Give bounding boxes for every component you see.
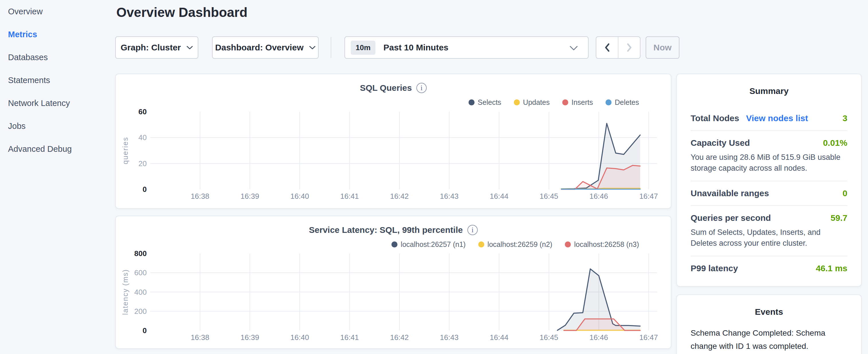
svg-text:16:38: 16:38 <box>191 192 209 200</box>
event-item[interactable]: Schema Change Completed: Schema change w… <box>691 326 847 354</box>
summary-row-unavailable-ranges: Unavailable ranges0 <box>691 181 847 206</box>
summary-stat-label: Total Nodes <box>691 114 739 123</box>
summary-row-line: P99 latency46.1 ms <box>691 263 847 273</box>
summary-row-total-nodes: Total NodesView nodes list3 <box>691 106 847 131</box>
main-content: Overview Dashboard Graph: Cluster Dashbo… <box>115 0 672 354</box>
svg-text:0: 0 <box>143 185 147 194</box>
summary-stat-value: 0 <box>842 189 847 198</box>
events-list: Schema Change Completed: Schema change w… <box>691 326 847 354</box>
svg-text:queries: queries <box>121 137 129 164</box>
svg-text:20: 20 <box>138 159 147 168</box>
summary-stat-value: 3 <box>842 114 847 123</box>
summary-row-line: Total NodesView nodes list3 <box>691 114 847 123</box>
svg-text:600: 600 <box>134 268 147 277</box>
svg-text:16:39: 16:39 <box>241 192 259 200</box>
svg-text:16:41: 16:41 <box>340 333 359 342</box>
events-panel: Events Schema Change Completed: Schema c… <box>676 294 862 354</box>
next-time-button[interactable] <box>618 37 640 58</box>
summary-stat-label: Unavailable ranges <box>691 189 769 198</box>
chart-plot-svg: 16:3816:3916:4016:4116:4216:4316:4416:45… <box>116 216 672 349</box>
svg-text:16:40: 16:40 <box>290 333 309 342</box>
summary-row-line: Capacity Used0.01% <box>691 138 847 148</box>
svg-text:16:47: 16:47 <box>639 192 658 200</box>
summary-rows: Total NodesView nodes list3Capacity Used… <box>691 106 847 280</box>
chevron-down-icon <box>187 46 193 50</box>
svg-text:800: 800 <box>134 249 147 258</box>
time-range-selector[interactable]: 10m Past 10 Minutes <box>344 36 589 59</box>
chevron-right-icon <box>626 43 633 53</box>
sidebar-item-overview[interactable]: Overview <box>0 0 115 23</box>
service-latency-chart-card: Service Latency: SQL, 99th percentile i … <box>115 216 672 349</box>
svg-text:latency (ms): latency (ms) <box>121 269 129 315</box>
svg-text:400: 400 <box>134 288 147 296</box>
time-step-buttons <box>596 36 641 59</box>
overview-dashboard-page: { "header": { "title": "Overview Dashboa… <box>0 0 868 354</box>
svg-text:200: 200 <box>134 307 147 316</box>
page-title: Overview Dashboard <box>116 5 248 20</box>
event-text: Schema Change Completed: Schema change w… <box>691 326 847 353</box>
chevron-left-icon <box>603 43 611 53</box>
previous-time-button[interactable] <box>596 37 618 58</box>
sidebar-item-jobs[interactable]: Jobs <box>0 115 115 137</box>
sidebar-item-databases[interactable]: Databases <box>0 46 115 69</box>
now-button[interactable]: Now <box>646 36 679 59</box>
toolbar: Graph: Cluster Dashboard: Overview 10m P… <box>115 36 672 59</box>
summary-stat-label: Queries per second <box>691 213 771 223</box>
summary-stat-label: Capacity Used <box>691 138 750 148</box>
svg-text:16:44: 16:44 <box>490 333 508 342</box>
sql-queries-chart-card: SQL Queries i SelectsUpdatesInsertsDelet… <box>115 74 672 209</box>
svg-text:16:43: 16:43 <box>440 192 459 200</box>
chart-plot-svg: 16:3816:3916:4016:4116:4216:4316:4416:45… <box>116 74 672 210</box>
sidebar-item-network-latency[interactable]: Network Latency <box>0 92 115 115</box>
summary-stat-value: 59.7 <box>831 213 847 223</box>
sidebar-item-advanced-debug[interactable]: Advanced Debug <box>0 137 115 160</box>
svg-text:16:47: 16:47 <box>639 333 658 342</box>
sidebar-item-statements[interactable]: Statements <box>0 69 115 92</box>
right-panel: Summary Total NodesView nodes list3Capac… <box>676 74 862 354</box>
summary-title: Summary <box>691 86 847 96</box>
svg-text:16:41: 16:41 <box>340 192 359 200</box>
chevron-down-icon <box>570 46 578 51</box>
graph-dropdown-label: Graph: Cluster <box>121 43 181 53</box>
sidebar-item-metrics[interactable]: Metrics <box>0 23 115 46</box>
svg-text:0: 0 <box>143 326 147 335</box>
graph-dropdown[interactable]: Graph: Cluster <box>115 36 198 59</box>
summary-row-line: Queries per second59.7 <box>691 213 847 223</box>
time-range-badge: 10m <box>351 41 375 55</box>
summary-row-p99-latency: P99 latency46.1 ms <box>691 256 847 280</box>
time-range-label: Past 10 Minutes <box>383 43 448 53</box>
summary-stat-value: 46.1 ms <box>816 263 847 273</box>
toolbar-divider <box>331 37 331 58</box>
summary-row-queries-per-second: Queries per second59.7Sum of Selects, Up… <box>691 206 847 256</box>
sidebar-nav: OverviewMetricsDatabasesStatementsNetwor… <box>0 0 115 160</box>
chevron-down-icon <box>309 46 315 50</box>
summary-stat-value: 0.01% <box>823 138 847 148</box>
summary-stat-subtext: Sum of Selects, Updates, Inserts, and De… <box>691 227 847 249</box>
summary-panel: Summary Total NodesView nodes list3Capac… <box>676 74 862 287</box>
summary-stat-subtext: You are using 28.6 MiB of 515.9 GiB usab… <box>691 152 847 173</box>
summary-row-line: Unavailable ranges0 <box>691 189 847 198</box>
view-nodes-list-link[interactable]: View nodes list <box>746 114 808 123</box>
svg-text:16:42: 16:42 <box>390 192 409 200</box>
svg-text:16:43: 16:43 <box>440 333 459 342</box>
summary-row-capacity-used: Capacity Used0.01%You are using 28.6 MiB… <box>691 131 847 181</box>
svg-text:60: 60 <box>138 107 147 116</box>
svg-text:16:44: 16:44 <box>490 192 508 200</box>
svg-text:16:46: 16:46 <box>589 192 608 200</box>
svg-text:40: 40 <box>138 133 147 142</box>
summary-stat-label: P99 latency <box>691 263 738 273</box>
svg-text:16:42: 16:42 <box>390 333 409 342</box>
svg-text:16:45: 16:45 <box>539 333 558 342</box>
svg-text:16:46: 16:46 <box>589 333 608 342</box>
svg-text:16:38: 16:38 <box>191 333 209 342</box>
dashboard-dropdown-label: Dashboard: Overview <box>215 43 304 53</box>
events-title: Events <box>691 307 847 317</box>
svg-text:16:45: 16:45 <box>539 192 558 200</box>
dashboard-dropdown[interactable]: Dashboard: Overview <box>212 36 319 59</box>
sidebar-list: OverviewMetricsDatabasesStatementsNetwor… <box>0 0 115 160</box>
svg-text:16:39: 16:39 <box>241 333 259 342</box>
svg-text:16:40: 16:40 <box>290 192 309 200</box>
